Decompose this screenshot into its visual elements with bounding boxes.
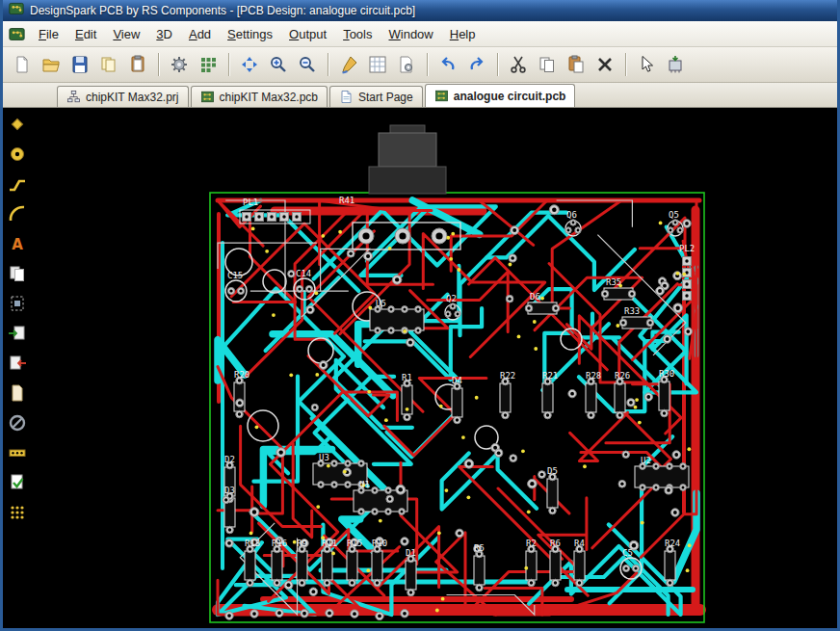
component-label: PL2 bbox=[679, 244, 695, 253]
page-icon bbox=[339, 90, 354, 104]
title-bar[interactable]: DesignSpark PCB by RS Components - [PCB … bbox=[3, 0, 837, 21]
component-label: C14 bbox=[296, 269, 311, 278]
undo-icon bbox=[438, 55, 458, 74]
component-label: R4 bbox=[574, 539, 585, 548]
component-label: R1 bbox=[402, 373, 412, 382]
library-grid-button[interactable] bbox=[195, 51, 222, 78]
tab-chipkit-max32-pcb[interactable]: chipKIT Max32.pcb bbox=[191, 86, 328, 107]
cut-button[interactable] bbox=[505, 51, 532, 78]
colors-button[interactable] bbox=[335, 51, 362, 78]
cut-icon bbox=[509, 55, 528, 74]
component-label: R20 bbox=[234, 370, 249, 380]
component-label: R5 bbox=[474, 543, 485, 553]
cursor-icon bbox=[637, 55, 656, 74]
delete-icon bbox=[595, 55, 615, 74]
import-document-tool-icon bbox=[8, 324, 27, 343]
tab-label: chipKIT Max32.pcb bbox=[220, 91, 319, 104]
save-button[interactable] bbox=[66, 51, 93, 78]
component-bin-icon bbox=[666, 55, 685, 74]
dashed-document-tool-button[interactable] bbox=[6, 292, 29, 315]
component-label: C15 bbox=[227, 271, 243, 280]
window-title: DesignSpark PCB by RS Components - [PCB … bbox=[30, 4, 415, 17]
header-tool-icon bbox=[8, 443, 27, 462]
arc-tool-button[interactable] bbox=[6, 202, 29, 225]
menu-app-icon bbox=[9, 26, 25, 42]
component-label: R11 bbox=[322, 539, 337, 548]
component-label: R13 bbox=[245, 539, 260, 548]
arc-tool-icon bbox=[8, 204, 27, 223]
component-label: U2 bbox=[641, 456, 651, 465]
component-label: R15 bbox=[347, 539, 362, 548]
document-tab-bar: chipKIT Max32.prjchipKIT Max32.pcbStart … bbox=[3, 83, 837, 108]
grid-dots-tool-icon bbox=[8, 503, 27, 522]
component-label: Q5 bbox=[669, 210, 679, 220]
open-folder-button[interactable] bbox=[38, 51, 65, 78]
tab-label: analogue circuit.pcb bbox=[454, 90, 566, 103]
component-bin-button[interactable] bbox=[662, 51, 689, 78]
design-settings-button[interactable] bbox=[393, 51, 420, 78]
zoom-out-button[interactable] bbox=[294, 51, 321, 78]
document-tool-button[interactable] bbox=[6, 381, 29, 405]
copy-document-tool-button[interactable] bbox=[6, 262, 29, 285]
tab-analogue-circuit-pcb[interactable]: analogue circuit.pcb bbox=[425, 84, 576, 107]
menu-file[interactable]: File bbox=[31, 24, 66, 44]
menu-view[interactable]: View bbox=[105, 24, 147, 44]
export-document-tool-icon bbox=[8, 354, 27, 373]
shape-tool-button[interactable] bbox=[6, 113, 29, 136]
menu-output[interactable]: Output bbox=[281, 24, 334, 44]
menu-window[interactable]: Window bbox=[381, 24, 440, 44]
grid-dots-tool-button[interactable] bbox=[6, 501, 29, 524]
text-tool-icon: A bbox=[8, 234, 27, 253]
route-tool-button[interactable] bbox=[6, 172, 29, 196]
check-document-tool-button[interactable] bbox=[6, 471, 29, 494]
component-label: R10 bbox=[372, 539, 387, 548]
import-document-tool-button[interactable] bbox=[6, 322, 29, 345]
tab-chipkit-max32-prj[interactable]: chipKIT Max32.prj bbox=[57, 86, 189, 107]
component-label: D4 bbox=[452, 376, 462, 385]
grid-icon bbox=[368, 55, 387, 74]
new-document-button[interactable] bbox=[9, 51, 36, 78]
component-label: U1 bbox=[359, 480, 370, 489]
component-label: R9 bbox=[297, 539, 307, 548]
component-label: Q6 bbox=[566, 210, 577, 220]
tab-start-page[interactable]: Start Page bbox=[329, 86, 423, 107]
app-window: DesignSpark PCB by RS Components - [PCB … bbox=[0, 0, 840, 631]
tab-label: Start Page bbox=[358, 91, 413, 104]
gear-button[interactable] bbox=[166, 51, 193, 78]
copy-document-button[interactable] bbox=[95, 51, 122, 78]
menu-help[interactable]: Help bbox=[442, 24, 484, 44]
no-entry-tool-button[interactable] bbox=[6, 411, 29, 434]
menu-add[interactable]: Add bbox=[181, 24, 219, 44]
svg-text:A: A bbox=[12, 236, 23, 253]
component-label: R30 bbox=[659, 369, 674, 379]
menu-tools[interactable]: Tools bbox=[335, 24, 380, 44]
header-tool-button[interactable] bbox=[6, 441, 29, 464]
paste-document-button[interactable] bbox=[124, 51, 151, 78]
cursor-button[interactable] bbox=[633, 51, 660, 78]
pan-button[interactable] bbox=[236, 51, 263, 78]
open-folder-icon bbox=[41, 55, 61, 74]
paste-document-icon bbox=[128, 55, 147, 74]
toolbar-separator bbox=[328, 53, 328, 76]
delete-button[interactable] bbox=[591, 51, 618, 78]
zoom-in-button[interactable] bbox=[265, 51, 292, 78]
undo-button[interactable] bbox=[434, 51, 461, 78]
pcb-canvas[interactable]: PL1R41Q6Q5PL2C15C14U5Q2D6R35R33R20R1D4R2… bbox=[32, 108, 837, 628]
app-icon bbox=[9, 1, 24, 16]
menu-3d[interactable]: 3D bbox=[148, 24, 180, 44]
paste-button[interactable] bbox=[563, 51, 590, 78]
menu-settings[interactable]: Settings bbox=[220, 24, 280, 44]
redo-button[interactable] bbox=[463, 51, 490, 78]
export-document-tool-button[interactable] bbox=[6, 352, 29, 375]
grid-button[interactable] bbox=[364, 51, 391, 78]
pad-tool-button[interactable] bbox=[6, 143, 29, 166]
pad-tool-icon bbox=[8, 145, 27, 164]
menu-app-icon-button[interactable] bbox=[7, 24, 26, 43]
app-icon-holder bbox=[9, 1, 24, 20]
redo-icon bbox=[467, 55, 486, 74]
pcb-drawing: PL1R41Q6Q5PL2C15C14U5Q2D6R35R33R20R1D4R2… bbox=[32, 108, 837, 628]
route-tool-icon bbox=[8, 174, 27, 194]
menu-edit[interactable]: Edit bbox=[67, 24, 104, 44]
copy-button[interactable] bbox=[534, 51, 561, 78]
text-tool-button[interactable]: A bbox=[6, 232, 29, 255]
